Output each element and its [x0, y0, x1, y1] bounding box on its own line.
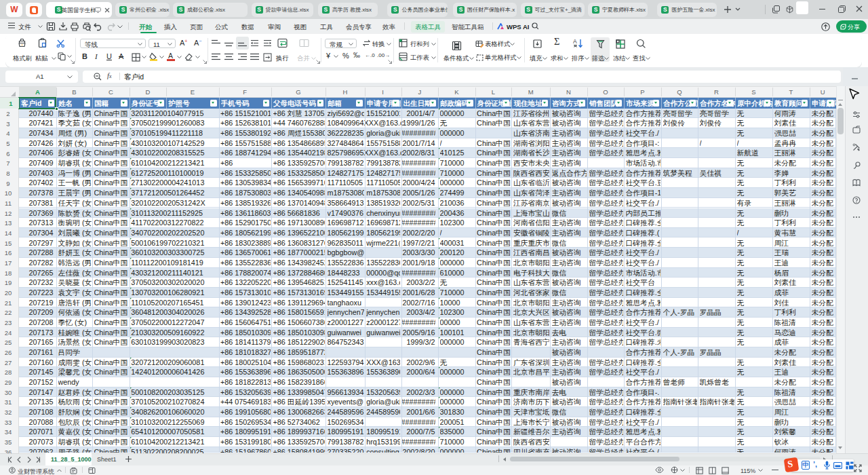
svg-text:A: A — [573, 38, 577, 45]
